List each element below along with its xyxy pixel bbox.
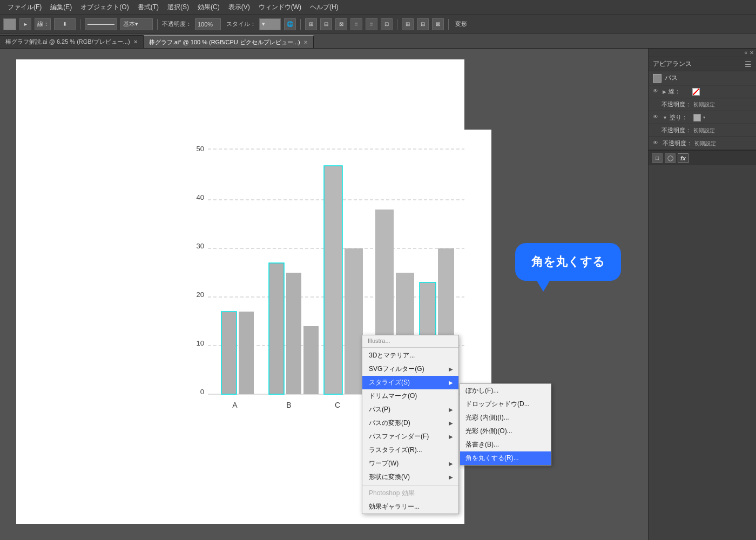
menu-effect[interactable]: 効果(C) xyxy=(194,2,223,13)
tool-icon1[interactable]: ▸ xyxy=(19,18,31,30)
panel-footer: □ ◯ fx xyxy=(649,150,756,165)
bar-b3 xyxy=(303,326,319,394)
fill-row[interactable]: 👁 ▼ 塗り： ▾ xyxy=(649,111,756,124)
bar-c1 xyxy=(324,166,342,394)
menu-select[interactable]: 選択(S) xyxy=(164,2,192,13)
ctx-item-raster[interactable]: ラスタライズ(R)... xyxy=(362,443,458,457)
toolbar: ▸ 線： ⬍ 基本 ▾ 不透明度： 100% スタイル： ▾ 🌐 ⊞ ⊟ ⊠ ≡… xyxy=(0,15,756,33)
sub-item-innerglow[interactable]: 光彩 (内側)(I)... xyxy=(460,411,551,424)
ctx-item-gallery[interactable]: 効果ギャラリー... xyxy=(362,500,458,514)
sub-item-roundcorners[interactable]: 角を丸くする(R)... xyxy=(460,451,551,465)
fill-dropdown-arrow[interactable]: ▾ xyxy=(703,115,705,120)
align-icon7[interactable]: ⊞ xyxy=(402,18,414,30)
ctx-item-path[interactable]: パス(P) ▶ xyxy=(362,403,458,416)
tab-0[interactable]: 棒グラフ解説.ai @ 6.25 % (RGB/プレビュー...) ✕ xyxy=(0,35,144,48)
menu-object[interactable]: オブジェクト(O) xyxy=(77,2,132,13)
tab-0-label: 棒グラフ解説.ai @ 6.25 % (RGB/プレビュー...) xyxy=(5,38,130,46)
stroke-box[interactable]: 線： xyxy=(35,18,51,30)
sub-item-outerglow[interactable]: 光彩 (外側)(O)... xyxy=(460,424,551,438)
fill-color-box[interactable] xyxy=(3,18,16,30)
ctx-item-warp[interactable]: ワープ(W) ▶ xyxy=(362,457,458,470)
stroke-swatch[interactable] xyxy=(692,88,700,96)
tab-0-close[interactable]: ✕ xyxy=(133,39,138,45)
menu-file[interactable]: ファイル(F) xyxy=(4,2,45,13)
ctx-sep0 xyxy=(362,347,458,348)
svg-text:20: 20 xyxy=(197,291,204,299)
ctx-item-shape-label: 形状に変換(V) xyxy=(369,473,410,482)
fx-label: fx xyxy=(680,155,686,161)
menubar: ファイル(F) 編集(E) オブジェクト(O) 書式(T) 選択(S) 効果(C… xyxy=(0,0,756,15)
footer-square-btn[interactable]: □ xyxy=(652,153,663,163)
ctx-item-pathtransform-label: パスの変形(D) xyxy=(369,418,410,428)
appearance-panel: アピアランス ☰ パス 👁 ▶ 線： 不透明度： 初期設定 xyxy=(649,57,756,165)
svg-text:A: A xyxy=(232,401,238,409)
bar-a1 xyxy=(221,312,237,394)
ctx-item-photoshop: Photoshop 効果 xyxy=(362,487,458,500)
bar-b1 xyxy=(269,263,284,394)
ctx-item-stylize[interactable]: スタライズ(S) ▶ xyxy=(362,376,458,389)
sub-item-dropshadow[interactable]: ドロップシャドウ(D... xyxy=(460,397,551,411)
eye-icon-fill[interactable]: 👁 xyxy=(653,114,660,122)
opacity-input[interactable]: 100% xyxy=(195,18,221,30)
fx-button[interactable]: fx xyxy=(678,153,688,163)
transform-label: 変形 xyxy=(455,20,467,28)
sep3 xyxy=(300,19,301,30)
ctx-item-gallery-label: 効果ギャラリー... xyxy=(369,502,420,511)
panel-collapse-left[interactable]: « xyxy=(744,50,747,56)
ctx-item-shape[interactable]: 形状に変換(V) ▶ xyxy=(362,470,458,484)
kihon-box[interactable]: 基本 ▾ xyxy=(120,18,153,30)
menu-help[interactable]: ヘルプ(H) xyxy=(307,2,342,13)
ctx-item-svg[interactable]: SVGフィルター(G) ▶ xyxy=(362,362,458,376)
align-icon6[interactable]: ⊡ xyxy=(381,18,393,30)
canvas-area[interactable]: 0 10 20 30 40 50 xyxy=(0,49,648,540)
align-icon5[interactable]: ≡ xyxy=(366,18,377,30)
appearance-header: アピアランス ☰ xyxy=(649,57,756,71)
ctx-item-warp-arrow: ▶ xyxy=(449,461,453,467)
stroke-style-box[interactable] xyxy=(85,18,117,30)
canvas-content: 0 10 20 30 40 50 xyxy=(0,49,648,540)
menu-window[interactable]: ウィンドウ(W) xyxy=(255,2,305,13)
stroke-expand[interactable]: ▶ xyxy=(663,89,666,94)
align-icon9[interactable]: ⊠ xyxy=(432,18,444,30)
sub-item-scribble[interactable]: 落書き(B)... xyxy=(460,438,551,451)
sub-item-blur[interactable]: ぼかし(F)... xyxy=(460,384,551,397)
ctx-item-pathfinder[interactable]: パスファインダー(F) ▶ xyxy=(362,430,458,443)
ctx-item-path-label: パス(P) xyxy=(369,405,390,414)
ctx-item-svg-arrow: ▶ xyxy=(449,366,453,372)
panel-menu-icon[interactable]: ☰ xyxy=(745,60,752,69)
fill-swatch[interactable] xyxy=(693,114,701,122)
ctx-item-path-arrow: ▶ xyxy=(449,407,453,413)
style-box[interactable]: ▾ xyxy=(259,18,281,30)
sep5 xyxy=(448,19,449,30)
tooltip-bubble: 角を丸くする xyxy=(515,243,621,281)
eye-icon-stroke[interactable]: 👁 xyxy=(653,88,660,96)
sep2 xyxy=(157,19,158,30)
menu-text[interactable]: 書式(T) xyxy=(134,2,162,13)
footer-circle-btn[interactable]: ◯ xyxy=(665,153,676,163)
tab-1[interactable]: 棒グラフ.ai* @ 100 % (RGB/CPU ピクセルプレビュー...) … xyxy=(144,35,314,48)
path-label: パス xyxy=(665,73,678,83)
appearance-title: アピアランス xyxy=(653,59,692,69)
ctx-item-pathfinder-arrow: ▶ xyxy=(449,434,453,440)
opacity2-row: 不透明度： 初期設定 xyxy=(649,124,756,137)
align-icon2[interactable]: ⊟ xyxy=(320,18,332,30)
opacity2-label: 不透明度： xyxy=(662,126,691,134)
panel-close[interactable]: ✕ xyxy=(750,50,754,56)
tab-1-close[interactable]: ✕ xyxy=(303,39,308,45)
stroke-adjust[interactable]: ⬍ xyxy=(54,18,76,30)
align-icon4[interactable]: ≡ xyxy=(350,18,362,30)
ctx-item-trim[interactable]: ドリムマーク(O) xyxy=(362,389,458,403)
ctx-item-3d[interactable]: 3Dとマテリア... xyxy=(362,349,458,362)
globe-icon[interactable]: 🌐 xyxy=(284,18,296,30)
align-icon8[interactable]: ⊟ xyxy=(417,18,429,30)
align-icon1[interactable]: ⊞ xyxy=(305,18,317,30)
ctx-item-warp-label: ワープ(W) xyxy=(369,459,399,468)
fill-expand[interactable]: ▼ xyxy=(663,115,667,120)
menu-view[interactable]: 表示(V) xyxy=(225,2,253,13)
menu-edit[interactable]: 編集(E) xyxy=(47,2,75,13)
tooltip-text: 角を丸くする xyxy=(531,255,605,268)
align-icon3[interactable]: ⊠ xyxy=(335,18,347,30)
stroke-row[interactable]: 👁 ▶ 線： xyxy=(649,85,756,98)
ctx-item-pathtransform[interactable]: パスの変形(D) ▶ xyxy=(362,416,458,430)
right-panel: « ✕ アピアランス ☰ パス 👁 ▶ 線： 不透明度： xyxy=(648,49,756,540)
